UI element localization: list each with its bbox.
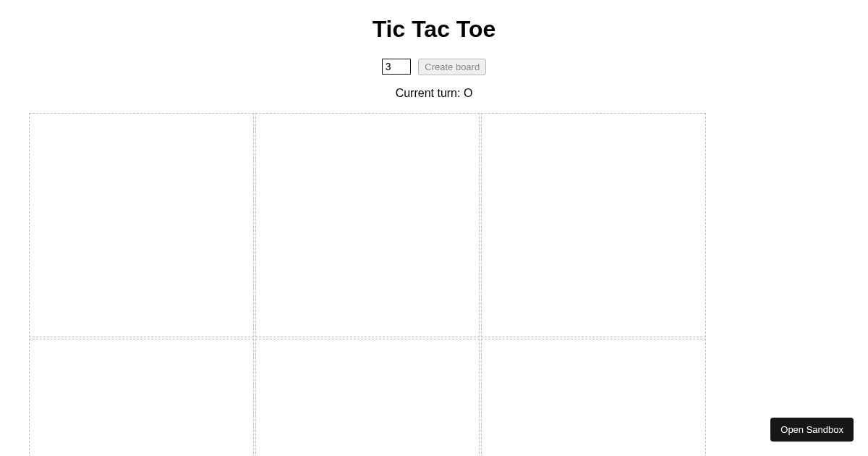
- game-board: [29, 113, 706, 456]
- turn-player: O: [464, 87, 472, 99]
- page-title: Tic Tac Toe: [0, 16, 868, 43]
- board-cell[interactable]: [481, 339, 706, 456]
- open-sandbox-button[interactable]: Open Sandbox: [770, 418, 854, 442]
- board-cell[interactable]: [29, 339, 254, 456]
- controls-row: Create board: [0, 59, 868, 75]
- turn-status: Current turn: O: [0, 87, 868, 100]
- board-cell[interactable]: [255, 113, 480, 337]
- board-cell[interactable]: [255, 339, 480, 456]
- board-cell[interactable]: [29, 113, 254, 337]
- turn-prefix: Current turn:: [396, 87, 464, 99]
- board-size-input[interactable]: [382, 59, 411, 75]
- create-board-button[interactable]: Create board: [418, 59, 486, 75]
- board-cell[interactable]: [481, 113, 706, 337]
